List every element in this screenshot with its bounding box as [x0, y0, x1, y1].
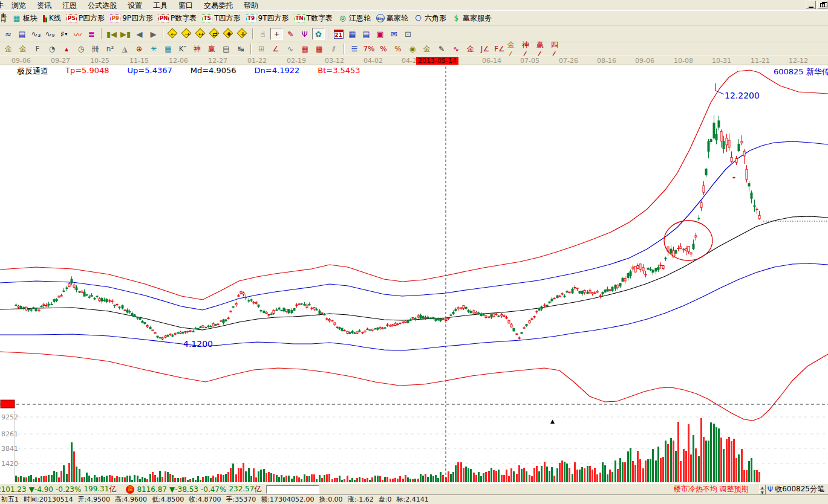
brain-maze-icon[interactable]: ✿ — [312, 28, 325, 40]
shen-angle-tool[interactable]: 神∠ — [522, 44, 535, 54]
percent-tool[interactable]: % — [377, 44, 390, 54]
circle-cross-tool[interactable]: ⊕ — [132, 44, 146, 54]
restore-button[interactable] — [817, 1, 827, 9]
axis-date: 06-14 — [482, 57, 501, 65]
menu-gann[interactable]: 江恩 — [57, 1, 82, 10]
gann-f-ruler-tool[interactable]: F — [31, 44, 44, 54]
next-icon[interactable]: ▶ — [147, 28, 160, 40]
menu-settings[interactable]: 设置 — [122, 1, 148, 10]
tool-winner-wheel[interactable]: Big赢家轮 — [376, 13, 408, 24]
shen-tool[interactable]: 神 — [191, 44, 204, 54]
expand-h-diamond-icon[interactable]: ↔ — [195, 28, 207, 40]
gold-circle-line-tool[interactable]: ◉ — [406, 44, 419, 54]
rocket-tool[interactable]: ▴ — [60, 44, 73, 54]
price-volume-chart[interactable]: 925282613841142012.22004.1200▲ — [0, 65, 828, 483]
swap-diamond-icon[interactable]: ⇄ — [209, 28, 221, 40]
status-input-field[interactable] — [266, 485, 319, 494]
tool-t-table[interactable]: TNT数字表 — [295, 13, 333, 24]
wave-9-icon[interactable]: ∿₉ — [44, 28, 56, 40]
minimize-button[interactable] — [806, 1, 816, 9]
chart-canvas[interactable]: 极反通道 Tp=5.9048Up=5.4367Md=4.9056Dn=4.192… — [0, 65, 828, 483]
wave-3-icon[interactable]: ∿₃ — [30, 28, 42, 40]
v-wave-tool[interactable]: ∿ — [284, 44, 297, 54]
prev-icon[interactable]: ◀ — [133, 28, 146, 40]
tool-hexagon[interactable]: ⎔六角形 — [414, 13, 446, 24]
tool-p-table[interactable]: PNP数字表 — [158, 13, 197, 24]
zoom-in-diamond-icon[interactable]: ✚ — [223, 28, 235, 40]
erase-pen-icon[interactable]: ✎ — [284, 28, 297, 40]
info-list-icon[interactable]: ▤ — [16, 28, 28, 40]
menu-news[interactable]: 资讯 — [31, 1, 57, 10]
gold-angle-tool[interactable]: 金∠ — [507, 44, 521, 54]
news-ticker[interactable]: 楼市冷热不均 调整预期 — [674, 484, 757, 494]
spinner-down-icon[interactable]: ▼ — [759, 489, 766, 494]
candle-type-dropdown[interactable]: ♯▾ — [57, 28, 70, 40]
matrix-grid-tool[interactable]: ▦ — [161, 44, 175, 54]
kline-mark-tool[interactable]: K″ — [176, 44, 189, 54]
tool-p-square[interactable]: PSP四方形 — [67, 13, 105, 24]
tool-gann-wheel-icon: ◎ — [338, 14, 347, 23]
ying-angle-tool[interactable]: 赢∠ — [536, 44, 550, 54]
abacus-123-tool[interactable]: ▤ — [220, 44, 233, 54]
menu-trade-entrust[interactable]: 交易委托 — [198, 1, 238, 10]
pan-right-diamond-icon[interactable]: → — [181, 28, 194, 40]
menu-browse[interactable]: 浏览 — [6, 1, 31, 10]
magic-tool-icon[interactable]: Ψ — [298, 28, 311, 40]
percent-line-tool[interactable]: % — [391, 44, 405, 54]
mirror-tool[interactable]: ◮ — [118, 44, 131, 54]
menu-help[interactable]: 帮助 — [238, 1, 264, 10]
mail-globe-icon[interactable]: ✉ — [388, 28, 400, 40]
zoom-all-diamond-icon[interactable]: ✛ — [236, 28, 249, 40]
menu-tools[interactable]: 工具 — [148, 1, 173, 10]
print-icon[interactable]: ⊡ — [402, 28, 414, 40]
menu-formula-stockpick[interactable]: 公式选股 — [82, 1, 122, 10]
axis-date-selected: 2013-05-14 — [416, 57, 458, 65]
tool-9p-square[interactable]: P99P四方形 — [110, 13, 153, 24]
histogram-icon[interactable]: ≣ — [85, 28, 98, 40]
tool-winner-service[interactable]: $赢家服务 — [452, 13, 492, 24]
si-angle-tool[interactable]: 四∠ — [551, 44, 564, 54]
spinner-up-icon[interactable]: ▲ — [759, 485, 766, 489]
tool-block[interactable]: ▦板块 — [12, 13, 37, 24]
percent-retrace-tool[interactable]: 7% — [362, 44, 376, 54]
calendar-icon[interactable]: 21 — [332, 28, 345, 40]
ruler-tool[interactable]: 卌 — [89, 44, 102, 54]
jump-first-icon[interactable]: ▮◀ — [105, 28, 118, 40]
width-arrows-tool[interactable]: ↹ — [234, 44, 247, 54]
j-angle-tool[interactable]: J∠ — [478, 44, 492, 54]
n2-cycle-tool[interactable]: n² — [103, 44, 117, 54]
crosshair-icon[interactable]: ＋ — [270, 28, 283, 40]
fan-lines-tool[interactable]: ∠ — [269, 44, 282, 54]
report-icon[interactable]: ▤ — [360, 28, 373, 40]
photo-chart-icon[interactable]: ≈ — [2, 28, 15, 40]
ying-tool[interactable]: 赢 — [205, 44, 218, 54]
red-grid2-tool[interactable]: ▩ — [313, 44, 326, 54]
tool-gann-wheel[interactable]: ◎江恩轮 — [338, 13, 371, 24]
pan-hand-icon[interactable]: ☝ — [256, 28, 269, 40]
pencil-mark-tool[interactable]: ✎ — [435, 44, 448, 54]
gold-line-tool[interactable]: 金 — [420, 44, 434, 54]
red-grid-tool[interactable]: ▦ — [298, 44, 311, 54]
window-grid-tool[interactable]: ⊞ — [255, 44, 268, 54]
tool-t-square[interactable]: TST四方形 — [202, 13, 240, 24]
calculator-icon[interactable]: ▦ — [346, 28, 359, 40]
parallel-lines-tool[interactable]: ⫽ — [327, 44, 341, 54]
f-angle-tool[interactable]: F∠ — [493, 44, 506, 54]
gold-red-line-tool[interactable]: 金 — [464, 44, 477, 54]
ticker-spinner[interactable]: ▲▼ — [759, 485, 766, 494]
tool-9t-square[interactable]: T99T四方形 — [246, 13, 289, 24]
wave-tool[interactable]: ∿ — [449, 44, 463, 54]
zigzag-icon[interactable]: 〰 — [71, 28, 84, 40]
gann-gold-square-tool[interactable]: 金 — [16, 44, 30, 54]
jump-last-icon[interactable]: ▶▮ — [119, 28, 132, 40]
gann-gold-circle-tool[interactable]: 金 — [2, 44, 15, 54]
star-grid-tool[interactable]: ✳ — [147, 44, 160, 54]
menu-window[interactable]: 窗口 — [173, 1, 198, 10]
price-scale-tool[interactable]: ☰ — [348, 44, 361, 54]
pan-left-diamond-icon[interactable]: ← — [167, 28, 180, 40]
tool-kline[interactable]: K线 — [43, 13, 61, 24]
tick-view-label[interactable]: 收600825分笔 — [775, 484, 824, 494]
save-icon[interactable]: ▣ — [374, 28, 386, 40]
spiral-tool[interactable]: ◔ — [45, 44, 59, 54]
clock-cycle-tool[interactable]: ◷ — [74, 44, 88, 54]
